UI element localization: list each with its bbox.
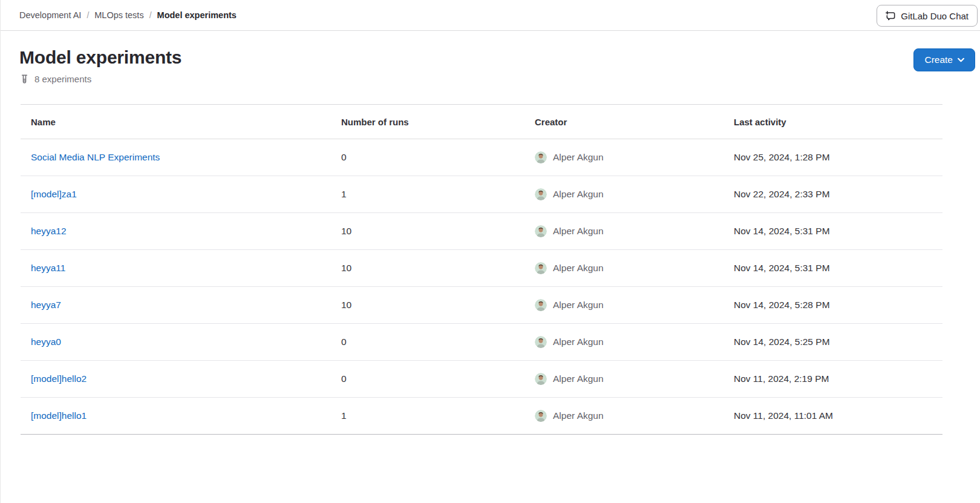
run-count: 1 (341, 410, 347, 421)
page-title: Model experiments (19, 45, 980, 70)
last-activity: Nov 14, 2024, 5:28 PM (734, 300, 830, 310)
table-row: heyya0 0 Alper Akgun Nov 14, 2024, 5:25 … (21, 324, 942, 361)
experiment-name-link[interactable]: heyya11 (31, 263, 65, 273)
creator-name-link[interactable]: Alper Akgun (553, 189, 604, 200)
table-header-row: Name Number of runs Creator Last activit… (21, 105, 942, 139)
experiments-table-container: Name Number of runs Creator Last activit… (21, 104, 942, 435)
experiment-name-link[interactable]: heyya7 (31, 300, 61, 310)
run-count: 10 (341, 300, 351, 310)
table-row: Social Media NLP Experiments 0 Alper Akg… (21, 139, 942, 176)
experiment-name-link[interactable]: heyya0 (31, 337, 61, 347)
experiment-name-link[interactable]: [model]hello2 (31, 373, 87, 384)
table-row: heyya7 10 Alper Akgun Nov 14, 2024, 5:28… (21, 287, 942, 324)
last-activity: Nov 11, 2024, 11:01 AM (734, 410, 833, 421)
create-button-label: Create (924, 54, 953, 65)
create-button[interactable]: Create (913, 48, 975, 71)
run-count: 10 (341, 226, 351, 236)
experiments-table: Name Number of runs Creator Last activit… (21, 104, 942, 435)
avatar[interactable] (535, 188, 547, 200)
duo-chat-label: GitLab Duo Chat (901, 11, 969, 21)
table-row: heyya12 10 Alper Akgun Nov 14, 2024, 5:3… (21, 213, 942, 250)
gitlab-duo-chat-button[interactable]: GitLab Duo Chat (877, 5, 978, 27)
last-activity: Nov 14, 2024, 5:25 PM (734, 337, 830, 347)
page-header: Model experiments 8 experiments Create (1, 31, 980, 104)
avatar[interactable] (535, 410, 547, 422)
avatar[interactable] (535, 299, 547, 311)
table-row: [model]hello2 0 Alper Akgun Nov 11, 2024… (21, 361, 942, 398)
column-header-name: Name (21, 105, 331, 139)
avatar[interactable] (535, 151, 547, 163)
creator-name-link[interactable]: Alper Akgun (553, 152, 604, 163)
run-count: 0 (341, 337, 347, 347)
table-row: [model]hello1 1 Alper Akgun Nov 11, 2024… (21, 398, 942, 435)
avatar[interactable] (535, 336, 547, 348)
avatar[interactable] (535, 373, 547, 385)
last-activity: Nov 11, 2024, 2:19 PM (734, 373, 829, 384)
last-activity: Nov 22, 2024, 2:33 PM (734, 189, 830, 199)
test-tube-icon (21, 74, 30, 84)
creator-name-link[interactable]: Alper Akgun (553, 410, 604, 421)
creator-name-link[interactable]: Alper Akgun (553, 373, 604, 384)
breadcrumb: Development AI / MLOps tests / Model exp… (19, 10, 237, 20)
duo-chat-icon (886, 11, 896, 21)
breadcrumb-separator: / (87, 10, 89, 20)
last-activity: Nov 25, 2024, 1:28 PM (734, 152, 830, 162)
creator-name-link[interactable]: Alper Akgun (553, 263, 604, 274)
column-header-number-of-runs: Number of runs (331, 105, 524, 139)
chevron-down-icon (958, 58, 964, 62)
experiments-table-body: Social Media NLP Experiments 0 Alper Akg… (21, 139, 942, 435)
breadcrumb-item-mlops-tests[interactable]: MLOps tests (94, 10, 143, 20)
column-header-last-activity: Last activity (724, 105, 942, 139)
experiment-count-label: 8 experiments (34, 74, 91, 84)
run-count: 1 (341, 189, 347, 199)
experiment-name-link[interactable]: heyya12 (31, 226, 67, 236)
experiment-name-link[interactable]: [model]hello1 (31, 410, 87, 421)
breadcrumb-item-development-ai[interactable]: Development AI (19, 10, 81, 20)
table-row: [model]za1 1 Alper Akgun Nov 22, 2024, 2… (21, 176, 942, 213)
last-activity: Nov 14, 2024, 5:31 PM (734, 226, 830, 236)
creator-name-link[interactable]: Alper Akgun (553, 300, 604, 311)
creator-name-link[interactable]: Alper Akgun (553, 337, 604, 347)
breadcrumb-item-model-experiments[interactable]: Model experiments (157, 10, 237, 20)
experiment-name-link[interactable]: [model]za1 (31, 189, 77, 199)
run-count: 10 (341, 263, 351, 273)
table-row: heyya11 10 Alper Akgun Nov 14, 2024, 5:3… (21, 250, 942, 287)
run-count: 0 (341, 373, 347, 384)
breadcrumb-separator: / (149, 10, 152, 20)
experiment-count: 8 experiments (21, 74, 980, 84)
breadcrumb-bar: Development AI / MLOps tests / Model exp… (1, 0, 980, 31)
experiment-name-link[interactable]: Social Media NLP Experiments (31, 152, 160, 162)
last-activity: Nov 14, 2024, 5:31 PM (734, 263, 830, 273)
run-count: 0 (341, 152, 347, 162)
avatar[interactable] (535, 262, 547, 274)
avatar[interactable] (535, 225, 547, 237)
creator-name-link[interactable]: Alper Akgun (553, 226, 604, 237)
column-header-creator: Creator (524, 105, 724, 139)
